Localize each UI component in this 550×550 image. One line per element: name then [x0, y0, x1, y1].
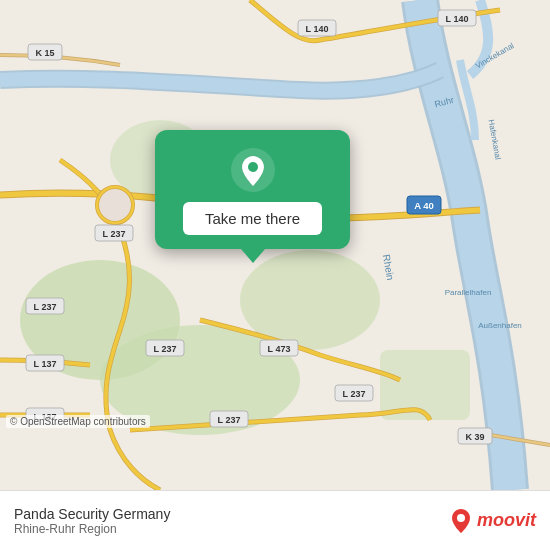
svg-text:L 237: L 237 [154, 344, 177, 354]
moovit-brand-text: moovit [477, 510, 536, 531]
svg-text:L 237: L 237 [343, 389, 366, 399]
location-popup: Take me there [155, 130, 350, 249]
svg-text:K 39: K 39 [465, 432, 484, 442]
svg-text:K 15: K 15 [35, 48, 54, 58]
bottom-bar: Panda Security Germany Rhine-Ruhr Region… [0, 490, 550, 550]
svg-text:L 237: L 237 [34, 302, 57, 312]
svg-text:Parallelhafen: Parallelhafen [445, 288, 492, 297]
svg-text:L 140: L 140 [306, 24, 329, 34]
osm-credit: © OpenStreetMap contributors [6, 415, 150, 428]
location-subtitle: Rhine-Ruhr Region [14, 522, 170, 536]
svg-text:L 140: L 140 [446, 14, 469, 24]
svg-text:L 137: L 137 [34, 359, 57, 369]
location-title: Panda Security Germany [14, 506, 170, 522]
take-me-there-button[interactable]: Take me there [183, 202, 322, 235]
svg-text:L 237: L 237 [218, 415, 241, 425]
svg-point-41 [248, 162, 258, 172]
location-info: Panda Security Germany Rhine-Ruhr Region [14, 506, 170, 536]
svg-text:L 473: L 473 [268, 344, 291, 354]
moovit-pin-icon [449, 507, 473, 535]
svg-text:Außenhafen: Außenhafen [478, 321, 522, 330]
location-pin-icon [231, 148, 275, 192]
map-container: K 15 L 140 L 140 A 40 L 237 L 237 L 237 … [0, 0, 550, 490]
svg-point-42 [457, 514, 465, 522]
svg-text:A 40: A 40 [414, 200, 434, 211]
svg-text:L 237: L 237 [103, 229, 126, 239]
moovit-logo: moovit [449, 507, 536, 535]
